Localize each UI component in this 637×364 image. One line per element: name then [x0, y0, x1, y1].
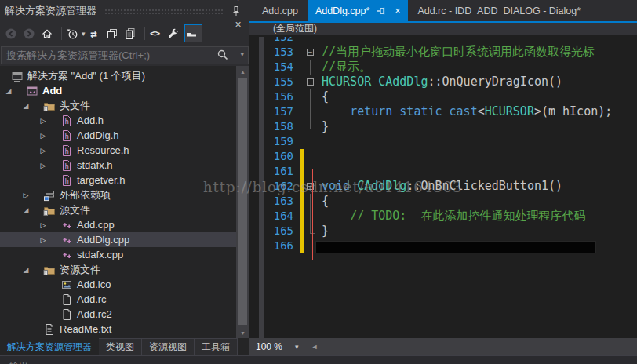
scrollbar-thumb[interactable]: [238, 78, 247, 325]
code-line-152[interactable]: 152: [249, 37, 637, 45]
zoom-dropdown[interactable]: 100 % ▾: [249, 341, 305, 352]
code-line-155[interactable]: 155–HCURSOR CAddDlg::OnQueryDragIcon(): [249, 75, 637, 89]
search-box: ▾: [1, 46, 249, 64]
tree-item-label: Add.ico: [77, 278, 111, 290]
tree-item--[interactable]: ▷外部依赖项: [0, 187, 236, 202]
line-number: 153: [249, 45, 300, 60]
expander-icon[interactable]: ◢: [4, 87, 13, 95]
tree-item-stdafx.cpp[interactable]: stdafx.cpp: [0, 247, 236, 262]
tree-item-Add.rc2[interactable]: Add.rc2: [0, 307, 236, 322]
pending-changes-button[interactable]: [65, 24, 83, 42]
tree-item-AddDlg.cpp[interactable]: ▷AddDlg.cpp: [0, 232, 236, 247]
expander-icon[interactable]: ▷: [21, 191, 31, 199]
tree-scrollbar[interactable]: ▲ ▼: [236, 66, 249, 338]
expander-icon[interactable]: ▷: [38, 132, 48, 140]
output-panel-edge[interactable]: 输出: [0, 355, 637, 364]
output-panel-label: 输出: [9, 360, 637, 364]
scroll-up-icon[interactable]: ▲: [236, 66, 249, 77]
tree-item-Add.cpp[interactable]: ▷Add.cpp: [0, 217, 236, 232]
tree-item-label: Add.cpp: [77, 219, 115, 231]
expander-icon[interactable]: ▷: [38, 221, 48, 229]
code-line-154[interactable]: 154//显示。: [249, 60, 637, 75]
tree-item-Add.rc[interactable]: Add.rc: [0, 292, 236, 307]
line-number: 157: [249, 104, 300, 119]
properties-wrench-button[interactable]: [166, 24, 184, 42]
folder-icon: [43, 264, 56, 276]
tab-pin-icon[interactable]: [376, 5, 388, 17]
tool-tab-资源视图[interactable]: 资源视图: [142, 338, 195, 355]
doc-tab[interactable]: AddDlg.cpp*×: [308, 0, 409, 21]
expander-icon[interactable]: ◢: [21, 266, 31, 274]
tree-item-label: targetver.h: [77, 174, 125, 186]
tab-close-icon[interactable]: ×: [395, 5, 400, 16]
expander-icon[interactable]: ◢: [21, 206, 31, 214]
tree-item--Add-1-[interactable]: 解决方案 "Add" (1 个项目): [0, 68, 236, 83]
forward-button[interactable]: [22, 24, 40, 42]
tree-item-Add[interactable]: ◢Add: [0, 83, 236, 98]
line-number: 152: [249, 37, 300, 45]
tool-tab-类视图[interactable]: 类视图: [99, 338, 142, 355]
tree-item-label: 解决方案 "Add" (1 个项目): [27, 69, 145, 83]
expander-icon[interactable]: ▷: [38, 162, 48, 169]
solution-explorer-toolbar: ▾⇄<>: [0, 21, 249, 46]
tree-item-ReadMe.txt[interactable]: ReadMe.txt: [0, 322, 236, 337]
tree-item-AddDlg.h[interactable]: ▷hAddDlg.h: [0, 128, 236, 143]
search-input[interactable]: [1, 46, 249, 64]
tool-tab-解决方案资源管理器[interactable]: 解决方案资源管理器: [0, 338, 99, 355]
outline-margin: [304, 60, 320, 75]
line-number: 159: [249, 134, 300, 149]
collapse-box-icon[interactable]: –: [307, 78, 314, 86]
outline-margin[interactable]: –: [304, 45, 320, 60]
cpp-file-icon: [60, 249, 73, 261]
code-line-157[interactable]: 157 return static_cast<HCURSOR>(m_hIcon)…: [249, 104, 637, 119]
scroll-down-icon[interactable]: ▼: [236, 327, 249, 338]
expander-icon[interactable]: ▷: [38, 117, 48, 125]
annotation-rectangle: [312, 169, 602, 260]
navigation-bar[interactable]: (全局范围): [249, 23, 637, 35]
code-text: [320, 149, 322, 164]
tree-item-Add.ico[interactable]: Add.ico: [0, 277, 236, 292]
doc-tab[interactable]: Add.cpp: [254, 0, 306, 21]
tree-item--[interactable]: ◢资源文件: [0, 262, 236, 277]
expander-icon[interactable]: ▷: [38, 236, 48, 244]
code-line-160[interactable]: 160: [249, 149, 637, 164]
panel-title-bar[interactable]: 解决方案资源管理器 ▾×: [0, 0, 249, 21]
expander-icon[interactable]: ▷: [38, 147, 48, 155]
properties-wrench-icon: [167, 27, 180, 40]
tree-item-label: Resource.h: [77, 144, 129, 156]
search-caret-icon[interactable]: ▾: [240, 50, 244, 58]
outline-guide: [310, 104, 311, 119]
tree-item-Resource.h[interactable]: ▷hResource.h: [0, 143, 236, 158]
collapse-all-button[interactable]: [105, 24, 123, 42]
folder-icon: [43, 204, 56, 217]
code-line-156[interactable]: 156{: [249, 89, 637, 104]
tree-item-targetver.h[interactable]: htargetver.h: [0, 173, 236, 187]
home-button[interactable]: [40, 24, 58, 42]
back-button[interactable]: [4, 24, 22, 42]
svg-text:h: h: [65, 133, 69, 140]
tree-item-label: Add.rc2: [77, 308, 112, 320]
pin-button[interactable]: [231, 4, 245, 17]
code-line-158[interactable]: 158}: [249, 119, 637, 134]
drag-grip: [104, 9, 223, 16]
sync-button[interactable]: ⇄: [87, 24, 105, 42]
code-line-159[interactable]: 159: [249, 134, 637, 149]
outline-margin[interactable]: –: [304, 75, 320, 89]
copy-properties-button[interactable]: [123, 24, 141, 42]
collapse-box-icon[interactable]: –: [307, 49, 314, 56]
code-line-153[interactable]: 153–//当用户拖动最小化窗口时系统调用此函数取得光标: [249, 45, 637, 60]
tree-item--[interactable]: ◢源文件: [0, 202, 236, 217]
dropdown-caret-icon[interactable]: ▾: [82, 30, 86, 38]
tree-item--[interactable]: ◢头文件: [0, 98, 236, 113]
tree-item-stdafx.h[interactable]: ▷hstdafx.h: [0, 158, 236, 173]
doc-tab[interactable]: Add.rc - IDD_ADD_DIALOG - Dialog*: [410, 0, 588, 21]
tool-tab-工具箱[interactable]: 工具箱: [195, 338, 238, 355]
tree-item-Add.h[interactable]: ▷hAdd.h: [0, 113, 236, 128]
horizontal-scrollbar[interactable]: ◄: [305, 343, 637, 351]
expander-icon[interactable]: ◢: [21, 102, 31, 110]
search-icon[interactable]: [217, 49, 229, 61]
outline-margin: [304, 104, 320, 119]
scope-dropdown[interactable]: (全局范围): [273, 22, 317, 35]
preview-selected-button[interactable]: [184, 24, 202, 42]
view-code-button[interactable]: <>: [148, 24, 166, 42]
